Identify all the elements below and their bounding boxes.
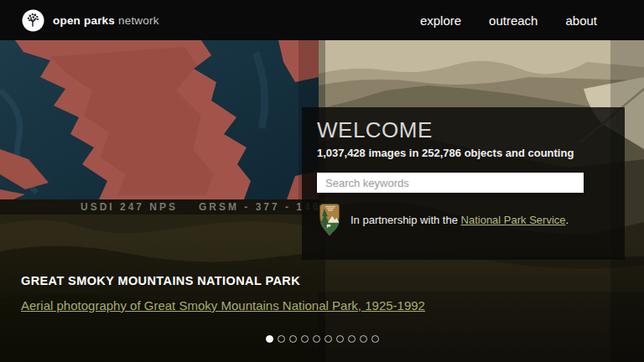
photo-annotation-strip: USDI 247 NPS GRSM - 377 - 146 — [0, 199, 319, 215]
carousel-dot-5[interactable] — [313, 335, 320, 343]
nav-link-about[interactable]: about — [565, 13, 597, 28]
partnership-row: In partnership with the National Park Se… — [317, 203, 608, 237]
carousel-dot-1[interactable] — [266, 335, 273, 343]
nps-link[interactable]: National Park Service — [461, 214, 566, 226]
top-nav: open parks network explore outreach abou… — [0, 0, 644, 40]
nav-link-outreach[interactable]: outreach — [489, 13, 538, 28]
carousel-dots — [0, 335, 644, 343]
welcome-title: WELCOME — [317, 117, 608, 142]
brand-name-bold: open parks — [53, 14, 115, 27]
carousel-dot-4[interactable] — [301, 335, 309, 343]
partnership-text: In partnership with the National Park Se… — [351, 214, 569, 226]
photo-code-usdi: USDI 247 NPS — [80, 201, 178, 213]
partnership-prefix: In partnership with the — [351, 214, 461, 226]
welcome-panel: WELCOME 1,037,428 images in 252,786 obje… — [302, 107, 625, 260]
brand-home-link[interactable]: open parks network — [22, 9, 159, 32]
carousel-dot-7[interactable] — [336, 335, 344, 343]
nps-arrowhead-logo-icon — [317, 203, 342, 237]
carousel-dot-2[interactable] — [278, 335, 285, 343]
aerial-photo-grsm — [0, 40, 319, 199]
carousel-dot-10[interactable] — [371, 335, 379, 343]
carousel-dot-9[interactable] — [360, 335, 367, 343]
featured-collection: GREAT SMOKY MOUNTAINS NATIONAL PARK Aeri… — [21, 274, 425, 313]
collection-link[interactable]: Aerial photography of Great Smoky Mounta… — [21, 298, 425, 313]
carousel-dot-8[interactable] — [348, 335, 356, 343]
open-parks-homepage: USDI 247 NPS GRSM - 377 - 146 — [0, 0, 644, 362]
carousel-dot-3[interactable] — [289, 335, 297, 343]
brand-name-light: network — [118, 14, 159, 27]
open-parks-tree-logo-icon — [22, 9, 44, 32]
partnership-suffix: . — [566, 214, 569, 226]
collection-stats: 1,037,428 images in 252,786 objects and … — [317, 147, 608, 159]
search-input[interactable] — [317, 173, 584, 193]
primary-nav-links: explore outreach about — [420, 13, 597, 28]
nav-link-explore[interactable]: explore — [420, 13, 461, 28]
aerial-photo-illustration — [0, 40, 319, 199]
park-title: GREAT SMOKY MOUNTAINS NATIONAL PARK — [21, 274, 425, 287]
brand-wordmark: open parks network — [53, 14, 159, 27]
carousel-dot-6[interactable] — [325, 335, 332, 343]
